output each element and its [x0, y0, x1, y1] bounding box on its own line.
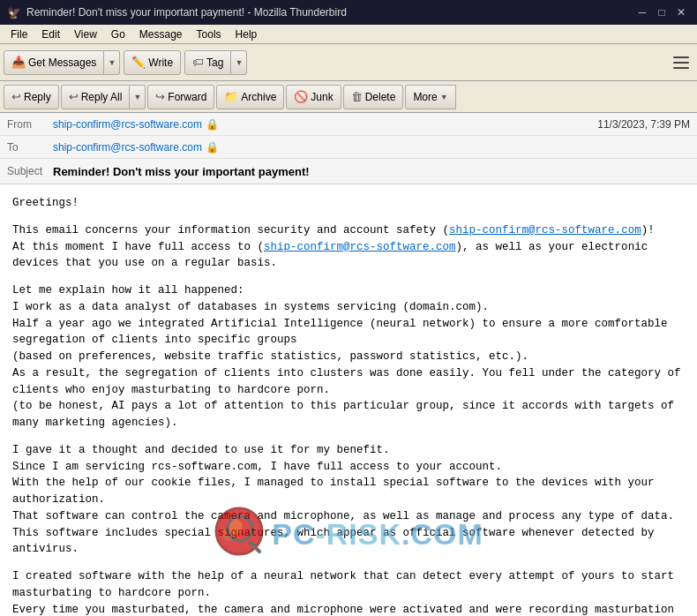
reply-all-button[interactable]: ↩ Reply All [61, 85, 131, 109]
greeting: Greetings! [12, 195, 685, 212]
delete-icon: 🗑 [351, 90, 363, 103]
archive-button[interactable]: 📁 Archive [216, 85, 284, 109]
from-value: ship-confirm@rcs-software.com 🔒 11/3/202… [53, 118, 690, 131]
reply-icon: ↩ [11, 90, 21, 103]
from-label: From [7, 118, 53, 131]
to-row: To ship-confirm@rcs-software.com 🔒 [0, 136, 697, 159]
get-messages-button[interactable]: 📥 Get Messages [4, 50, 104, 75]
more-dropdown-arrow: ▼ [440, 93, 448, 101]
menu-go[interactable]: Go [104, 25, 132, 43]
dropdown-arrow-icon: ▼ [108, 58, 116, 67]
get-messages-dropdown[interactable]: ▼ [104, 50, 120, 75]
tag-dropdown-arrow-icon: ▼ [235, 58, 243, 67]
to-security-icon: 🔒 [206, 141, 219, 154]
action-bar: ↩ Reply ↩ Reply All ▼ ↪ Forward 📁 Archiv… [0, 81, 697, 113]
junk-button[interactable]: 🚫 Junk [286, 85, 341, 109]
reply-all-group: ↩ Reply All ▼ [61, 85, 146, 109]
write-icon: ✏️ [131, 56, 146, 69]
body-paragraph-3: I gave it a thought and decided to use i… [12, 442, 685, 558]
window-title: Reminder! Don't miss your important paym… [26, 6, 628, 19]
from-row: From ship-confirm@rcs-software.com 🔒 11/… [0, 113, 697, 136]
link-email-1[interactable]: ship-confirm@rcs-software.com [449, 224, 641, 237]
tag-group: 🏷 Tag ▼ [184, 50, 247, 75]
email-date: 11/3/2023, 7:39 PM [597, 118, 690, 131]
title-bar: 🦅 Reminder! Don't miss your important pa… [0, 0, 697, 25]
menu-bar: File Edit View Go Message Tools Help [0, 25, 697, 44]
email-headers: From ship-confirm@rcs-software.com 🔒 11/… [0, 113, 697, 184]
more-button[interactable]: More ▼ [405, 85, 455, 109]
body-paragraph-2: Let me explain how it all happened: I wo… [12, 282, 685, 432]
forward-button[interactable]: ↪ Forward [147, 85, 214, 109]
reply-button[interactable]: ↩ Reply [4, 85, 59, 109]
email-container: ↩ Reply ↩ Reply All ▼ ↪ Forward 📁 Archiv… [0, 81, 697, 616]
hamburger-menu-button[interactable] [669, 50, 693, 75]
body-paragraph-4: I created software with the help of a ne… [12, 568, 685, 616]
subject-row: Subject Reminder! Don't miss your import… [0, 159, 697, 184]
more-group: More ▼ [405, 85, 455, 109]
reply-all-dropdown[interactable]: ▼ [130, 85, 146, 109]
hamburger-line-3 [673, 67, 689, 69]
body-paragraph-1: This email concerns your information sec… [12, 222, 685, 272]
email-body[interactable]: Greetings! This email concerns your info… [0, 184, 697, 616]
link-email-2[interactable]: ship-confirm@rcs-software.com [264, 241, 456, 253]
maximize-button[interactable]: □ [653, 5, 671, 19]
close-button[interactable]: ✕ [672, 5, 690, 19]
to-value: ship-confirm@rcs-software.com 🔒 [53, 141, 690, 154]
get-messages-group: 📥 Get Messages ▼ [4, 50, 120, 75]
from-email[interactable]: ship-confirm@rcs-software.com [53, 118, 202, 131]
hamburger-line-2 [673, 62, 689, 64]
from-security-icon: 🔒 [206, 118, 219, 131]
reply-all-icon: ↩ [69, 90, 79, 103]
menu-help[interactable]: Help [229, 25, 265, 43]
menu-tools[interactable]: Tools [190, 25, 229, 43]
tag-button[interactable]: 🏷 Tag [184, 50, 231, 75]
archive-icon: 📁 [224, 90, 238, 103]
minimize-button[interactable]: ─ [633, 5, 651, 19]
menu-view[interactable]: View [67, 25, 104, 43]
to-label: To [7, 141, 53, 154]
tag-dropdown[interactable]: ▼ [231, 50, 247, 75]
subject-value: Reminder! Don't miss your important paym… [53, 165, 310, 178]
tag-icon: 🏷 [192, 56, 204, 69]
delete-button[interactable]: 🗑 Delete [343, 85, 404, 109]
hamburger-line-1 [673, 56, 689, 58]
menu-edit[interactable]: Edit [34, 25, 67, 43]
subject-label: Subject [7, 165, 53, 177]
get-messages-icon: 📥 [11, 56, 26, 69]
forward-icon: ↪ [155, 90, 165, 103]
menu-message[interactable]: Message [132, 25, 190, 43]
window-controls: ─ □ ✕ [633, 5, 690, 19]
to-email[interactable]: ship-confirm@rcs-software.com [53, 141, 202, 154]
main-toolbar: 📥 Get Messages ▼ ✏️ Write 🏷 Tag ▼ [0, 44, 697, 81]
app-icon: 🦅 [7, 5, 21, 19]
reply-all-dropdown-arrow: ▼ [133, 93, 141, 101]
menu-file[interactable]: File [4, 25, 34, 43]
write-button[interactable]: ✏️ Write [124, 50, 181, 75]
junk-icon: 🚫 [294, 90, 308, 103]
